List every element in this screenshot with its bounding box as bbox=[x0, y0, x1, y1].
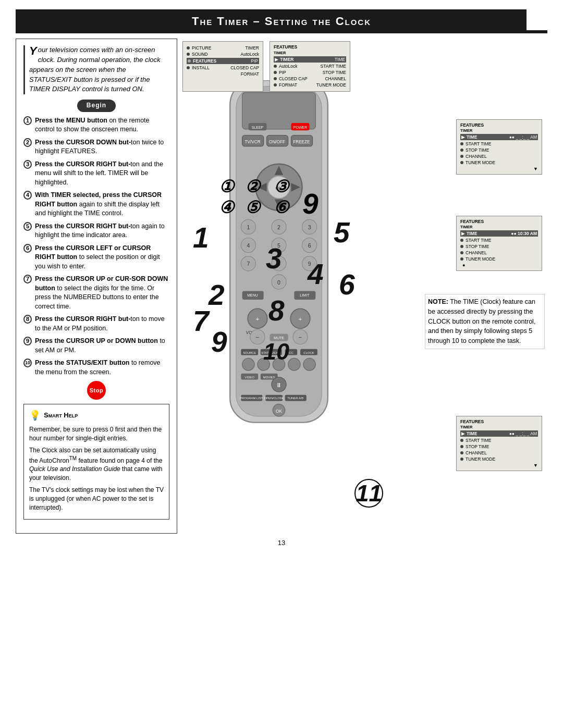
svg-text:2: 2 bbox=[277, 224, 280, 230]
step-4: 4 With TIMER selected, press the CURSOR … bbox=[23, 191, 169, 218]
step-7: 7 Press the CURSOR UP or CUR-SOR DOWN bu… bbox=[23, 275, 169, 311]
svg-text:VIDEO: VIDEO bbox=[245, 376, 255, 379]
stop-button: Stop bbox=[87, 381, 106, 400]
left-panel: Y our television comes with an on-screen… bbox=[16, 39, 177, 534]
page-wrapper: The Timer – Setting the Clock Y our tele… bbox=[0, 9, 563, 552]
screen-1-row1: PICTURE TIMER bbox=[187, 45, 259, 51]
page-number: 13 bbox=[0, 539, 563, 552]
step-1: 1 Press the MENU button on the remote co… bbox=[23, 116, 169, 134]
overlay-num-4a: ④ bbox=[219, 198, 234, 217]
overlay-num-2a: ② bbox=[245, 177, 260, 196]
screen-1: PICTURE TIMER SOUND AutoLock FEATURES PI… bbox=[182, 41, 263, 92]
step-6: 6 Press the CURSOR LEFT or CURSOR RIGHT … bbox=[23, 244, 169, 272]
screen-2-row4: CLOSED CAP CHANNEL bbox=[274, 76, 346, 81]
step-5: 5 Press the CURSOR RIGHT but-ton again t… bbox=[23, 222, 169, 240]
big-3: 3 bbox=[266, 242, 282, 275]
svg-text:TUNER A/B: TUNER A/B bbox=[287, 397, 303, 400]
smart-help-p1: Remember, be sure to press 0 first and t… bbox=[29, 425, 164, 443]
bulb-icon: 💡 bbox=[29, 409, 41, 422]
step-3: 3 Press the CURSOR RIGHT but-ton and the… bbox=[23, 160, 169, 188]
screen-2-row3: PIP STOP TIME bbox=[274, 70, 346, 75]
overlay-num-3a: ③ bbox=[274, 177, 289, 196]
overlay-num-6a: ⑥ bbox=[274, 198, 289, 217]
big-10: 10 bbox=[263, 338, 289, 365]
svg-text:SOURCE: SOURCE bbox=[243, 351, 256, 354]
svg-text:TV/VCR: TV/VCR bbox=[245, 140, 261, 144]
svg-text:4: 4 bbox=[247, 242, 250, 249]
smart-help-title-text: Smart Help bbox=[44, 411, 78, 421]
big-6: 6 bbox=[339, 268, 355, 301]
big-5: 5 bbox=[334, 216, 350, 249]
svg-text:FREEZE: FREEZE bbox=[293, 140, 310, 144]
screen-group-top: PICTURE TIMER SOUND AutoLock FEATURES PI… bbox=[182, 41, 350, 92]
svg-text:OK: OK bbox=[276, 409, 282, 414]
svg-text:PROGRAM LIST: PROGRAM LIST bbox=[240, 397, 263, 400]
big-9: 9 bbox=[211, 325, 227, 359]
screen-1-row3: FEATURES PIP bbox=[187, 58, 259, 64]
svg-text:0: 0 bbox=[277, 279, 280, 286]
screen-2-row2: AutoLock START TIME bbox=[274, 64, 346, 69]
right-panel: PICTURE TIMER SOUND AutoLock FEATURES PI… bbox=[177, 39, 547, 534]
big-7: 7 bbox=[193, 304, 209, 338]
smart-help-p2: The Clock also can be set automatically … bbox=[29, 446, 164, 483]
screen-1-row2: SOUND AutoLock bbox=[187, 52, 259, 57]
svg-text:LIMIT: LIMIT bbox=[300, 293, 310, 297]
step-10: 10 Press the STATUS/EXIT button to remov… bbox=[23, 359, 169, 377]
intro-text: Y our television comes with an on-screen… bbox=[23, 45, 169, 94]
svg-text:7: 7 bbox=[247, 261, 250, 267]
screen-2-row1: ▶ TIMER TIME bbox=[274, 56, 346, 63]
big-2: 2 bbox=[209, 278, 225, 312]
svg-text:SLEEP: SLEEP bbox=[252, 126, 264, 129]
svg-point-70 bbox=[288, 358, 300, 370]
page-header: The Timer – Setting the Clock bbox=[16, 9, 547, 33]
svg-text:3: 3 bbox=[308, 224, 311, 230]
screen-2-title: FEATURES bbox=[274, 44, 346, 50]
smart-help-box: 💡 Smart Help Remember, be sure to press … bbox=[23, 404, 169, 520]
svg-point-67 bbox=[242, 358, 254, 370]
big-8: 8 bbox=[268, 294, 285, 327]
svg-text:1: 1 bbox=[247, 224, 250, 230]
svg-text:−: − bbox=[299, 334, 302, 340]
screen-4: FEATURES TIMER ▶ TIME ●● 10:30 AM START … bbox=[456, 216, 542, 271]
svg-text:MENU: MENU bbox=[247, 293, 258, 297]
step-2: 2 Press the CURSOR DOWN but-ton twice to… bbox=[23, 138, 169, 156]
screen-2-row5: FORMAT TUNER MODE bbox=[274, 82, 346, 88]
svg-text:⏸: ⏸ bbox=[276, 381, 282, 388]
intro-body: our television comes with an on-screen c… bbox=[29, 46, 161, 93]
screen-1-row4: INSTALL CLOSED CAP bbox=[187, 65, 259, 70]
svg-text:OPEN/CLOSE: OPEN/CLOSE bbox=[264, 397, 284, 400]
note-box: NOTE: The TIME (Clock) feature can be ac… bbox=[425, 294, 545, 349]
svg-text:CLOCK: CLOCK bbox=[303, 351, 314, 354]
svg-text:−: − bbox=[256, 334, 260, 340]
screen-2: FEATURES TIMER ▶ TIMER TIME AutoLock STA… bbox=[270, 41, 350, 92]
big-4: 4 bbox=[308, 257, 324, 291]
overlay-num-9big: 9 bbox=[302, 187, 319, 220]
note-label: NOTE: bbox=[428, 298, 448, 305]
big-1: 1 bbox=[193, 221, 209, 254]
svg-text:MOVIES: MOVIES bbox=[263, 376, 275, 379]
screen-3: FEATURES TIMER ▶ TIME ●● _ _:_ _ AM STAR… bbox=[456, 119, 542, 175]
svg-point-71 bbox=[303, 358, 315, 370]
overlay-num-5a: ⑤ bbox=[245, 198, 260, 217]
svg-text:6: 6 bbox=[308, 242, 311, 249]
big-letter: Y bbox=[29, 45, 37, 57]
svg-text:CC: CC bbox=[289, 351, 293, 354]
svg-text:+: + bbox=[256, 315, 260, 322]
header-box bbox=[527, 9, 547, 30]
smart-help-header: 💡 Smart Help bbox=[29, 409, 164, 422]
page-title: The Timer – Setting the Clock bbox=[26, 15, 537, 28]
svg-text:+: + bbox=[299, 315, 302, 322]
screen-1-row5: FORMAT bbox=[187, 71, 259, 77]
svg-text:POWER: POWER bbox=[293, 126, 308, 129]
begin-button: Begin bbox=[77, 100, 116, 112]
screen-5: FEATURES TIMER ▶ TIME ●● _ _:_ _ AM STAR… bbox=[456, 416, 542, 471]
svg-text:ON/OFF: ON/OFF bbox=[269, 140, 285, 144]
overlay-num-1a: ① bbox=[219, 177, 234, 196]
step-8: 8 Press the CURSOR RIGHT but-ton to move… bbox=[23, 315, 169, 333]
smart-help-p3: The TV's clock settings may be lost when… bbox=[29, 486, 164, 512]
step-9: 9 Press the CURSOR UP or DOWN button to … bbox=[23, 337, 169, 355]
big-11: 11 bbox=[354, 479, 383, 508]
